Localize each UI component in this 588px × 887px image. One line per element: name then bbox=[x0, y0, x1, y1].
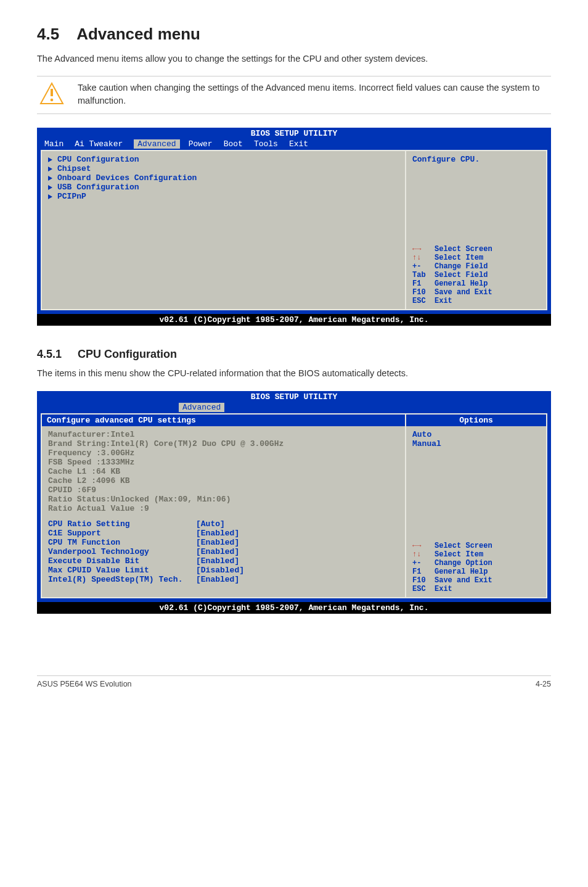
bios-menu-list: CPU Configuration Chipset Onboard Device… bbox=[41, 150, 406, 310]
options-title: Options bbox=[406, 415, 546, 426]
bios-screenshot-advanced: BIOS SETUP UTILITY Main Ai Tweaker Advan… bbox=[37, 128, 551, 326]
bios-setting-row: CPU TM Function[Enabled] bbox=[48, 538, 399, 547]
bios-tab: Exit bbox=[289, 139, 319, 149]
triangle-icon bbox=[48, 185, 52, 190]
bios-footer: v02.61 (C)Copyright 1985-2007, American … bbox=[37, 314, 551, 326]
bios-header: BIOS SETUP UTILITY bbox=[37, 128, 551, 138]
cpu-info-line: CPUID :6F9 bbox=[48, 485, 399, 495]
triangle-icon bbox=[48, 194, 52, 199]
cpu-info-line: Ratio Actual Value :9 bbox=[48, 504, 399, 513]
bios-setting-row: Max CPUID Value Limit[Disabled] bbox=[48, 566, 399, 575]
bios-tab: Main bbox=[44, 139, 75, 149]
bios-header: BIOS SETUP UTILITY bbox=[37, 391, 551, 402]
subsection-title: 4.5.1CPU Configuration bbox=[37, 348, 551, 361]
cpu-info-line: Manufacturer:Intel bbox=[48, 430, 399, 439]
cpu-info-line: Brand String:Intel(R) Core(TM)2 Duo CPU … bbox=[48, 439, 399, 448]
bios-help-text: Configure CPU. bbox=[412, 155, 540, 164]
cpu-info-line: FSB Speed :1333MHz bbox=[48, 458, 399, 467]
section-name: Advanced menu bbox=[76, 25, 200, 43]
bios-tab-active: Advanced bbox=[134, 139, 179, 149]
bios-tab: Boot bbox=[224, 139, 254, 149]
cpu-info-line: Cache L2 :4096 KB bbox=[48, 476, 399, 485]
svg-point-2 bbox=[51, 99, 54, 102]
cpu-info-line: Cache L1 :64 KB bbox=[48, 467, 399, 476]
bios-menu-item: PCIPnP bbox=[48, 192, 399, 201]
bios-tab: Ai Tweaker bbox=[75, 139, 134, 149]
section-number: 4.5 bbox=[37, 25, 59, 43]
triangle-icon bbox=[48, 176, 52, 181]
bios-setting-row: C1E Support[Enabled] bbox=[48, 529, 399, 538]
bios-setting-row: CPU Ratio Setting[Auto] bbox=[48, 519, 399, 529]
bios-key-legend: ←→ Select Screen ↑↓ Select Item +- Chang… bbox=[412, 245, 540, 305]
svg-rect-1 bbox=[51, 89, 53, 96]
bios-menu-item: Chipset bbox=[48, 164, 399, 173]
subsection-intro: The items in this menu show the CPU-rela… bbox=[37, 367, 551, 379]
subsection-name: CPU Configuration bbox=[78, 348, 177, 360]
bios-menu-item: CPU Configuration bbox=[48, 155, 399, 164]
bios-tab: Tools bbox=[254, 139, 289, 149]
bios-screenshot-cpu-config: BIOS SETUP UTILITY Advanced Configure ad… bbox=[37, 391, 551, 614]
footer-right: 4-25 bbox=[536, 680, 551, 688]
bios-cpu-pane: Configure advanced CPU settings Manufact… bbox=[41, 413, 406, 598]
bios-setting-row: Execute Disable Bit[Enabled] bbox=[48, 556, 399, 566]
warning-icon bbox=[39, 81, 64, 109]
caution-note: Take caution when changing the settings … bbox=[37, 76, 551, 114]
bios-key-legend: ←→ Select Screen ↑↓ Select Item +- Chang… bbox=[412, 542, 540, 593]
bios-pane-heading: Configure advanced CPU settings bbox=[42, 415, 405, 426]
bios-tab-bar: Main Ai Tweaker Advanced Power Boot Tool… bbox=[37, 138, 551, 150]
page-footer: ASUS P5E64 WS Evolution 4-25 bbox=[37, 675, 551, 688]
bios-footer: v02.61 (C)Copyright 1985-2007, American … bbox=[37, 602, 551, 614]
bios-menu-item: USB Configuration bbox=[48, 183, 399, 192]
caution-text: Take caution when changing the settings … bbox=[78, 81, 549, 107]
triangle-icon bbox=[48, 167, 52, 171]
footer-left: ASUS P5E64 WS Evolution bbox=[37, 680, 132, 688]
bios-menu-item: Onboard Devices Configuration bbox=[48, 173, 399, 183]
triangle-icon bbox=[48, 157, 52, 162]
section-title: 4.5Advanced menu bbox=[37, 25, 551, 44]
option-value: Manual bbox=[412, 439, 540, 448]
bios-tab: Power bbox=[180, 139, 224, 149]
bios-tab-bar: Advanced bbox=[37, 402, 551, 413]
option-value: Auto bbox=[412, 430, 540, 439]
subsection-number: 4.5.1 bbox=[37, 348, 62, 360]
cpu-info-line: Ratio Status:Unlocked (Max:09, Min:06) bbox=[48, 495, 399, 504]
bios-help-pane: Configure CPU. ←→ Select Screen ↑↓ Selec… bbox=[406, 150, 547, 310]
bios-help-pane: Options Auto Manual ←→ Select Screen ↑↓ … bbox=[406, 413, 547, 598]
bios-tab-active: Advanced bbox=[179, 403, 224, 412]
bios-setting-row: Vanderpool Technology[Enabled] bbox=[48, 547, 399, 556]
bios-setting-row: Intel(R) SpeedStep(TM) Tech.[Enabled] bbox=[48, 575, 399, 584]
intro-text: The Advanced menu items allow you to cha… bbox=[37, 52, 551, 65]
cpu-info-line: Frequency :3.00GHz bbox=[48, 448, 399, 458]
